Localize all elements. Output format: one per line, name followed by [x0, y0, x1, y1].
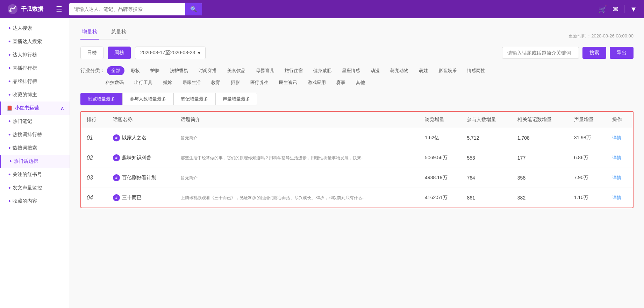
col-action: 操作 [607, 112, 633, 128]
table-row: 04 # 三十而已 上腾讯视频观看《三十而已》，见证30岁的姐姐们随心而活、尽兴… [81, 188, 633, 208]
category-row2: 科技数码 出行工具 婚嫁 居家生活 教育 摄影 医疗养生 民生资讯 游戏应用 赛… [80, 78, 634, 87]
cart-icon[interactable]: 🛒 [598, 5, 607, 13]
cat-games[interactable]: 游戏应用 [303, 78, 330, 87]
tab-total[interactable]: 总量榜 [109, 25, 128, 40]
sidebar-item-hot-topics[interactable]: • 热门话题榜 [0, 155, 70, 168]
update-time: 更新时间：2020-08-26 08:00:00 [568, 33, 634, 39]
cat-parenting[interactable]: 母婴育儿 [252, 66, 278, 75]
mail-icon[interactable]: ✉ [613, 5, 618, 13]
sub-tab-notes[interactable]: 笔记增量最多 [173, 93, 215, 105]
cat-other[interactable]: 其他 [352, 78, 369, 87]
topic-name: # 趣味知识科普 [113, 154, 170, 161]
tab-increase[interactable]: 增量榜 [80, 25, 99, 40]
sidebar-item-follow-redbook[interactable]: • 关注的红书号 [0, 168, 70, 181]
notes-val: 177 [512, 148, 568, 168]
topic-search-button[interactable]: 搜索 [582, 47, 606, 59]
table-row: 01 # 以家人之名 暂无简介 1.62亿 5,712 1,708 31.98万 [81, 128, 633, 148]
chevron-down-icon: ▾ [198, 50, 200, 56]
topic-search-input[interactable] [502, 47, 579, 59]
dot-icon: • [8, 38, 10, 45]
cat-dolls[interactable]: 萌娃 [415, 66, 432, 75]
browse-val: 1.62亿 [419, 128, 461, 148]
dot-icon: • [8, 92, 10, 98]
sidebar-item-talent-rank[interactable]: • 达人排行榜 [0, 48, 70, 62]
cat-pets[interactable]: 萌宠动物 [386, 66, 413, 75]
table-row: 02 # 趣味知识科普 那些生活中经常做的事，它们的原理你知道吗？用科学指导生活… [81, 148, 633, 168]
cat-medical[interactable]: 医疗养生 [246, 78, 273, 87]
detail-link[interactable]: 详情 [612, 155, 621, 160]
sidebar-item-hot-search-rank[interactable]: • 热搜词排行榜 [0, 128, 70, 141]
detail-link[interactable]: 详情 [612, 175, 621, 180]
sidebar-item-hot-notes[interactable]: • 热门笔记 [0, 115, 70, 128]
date-range-select[interactable]: 2020-08-17至2020-08-23 ▾ [135, 47, 206, 59]
cat-travel2[interactable]: 出行工具 [130, 78, 157, 87]
cat-news[interactable]: 民生资讯 [275, 78, 301, 87]
main-content: 增量榜 总量榜 更新时间：2020-08-26 08:00:00 日榜 周榜 2… [70, 18, 644, 308]
col-rank: 排行 [81, 112, 107, 128]
weekly-button[interactable]: 周榜 [108, 47, 131, 59]
sidebar-item-live-talent-search[interactable]: • 直播达人搜索 [0, 35, 70, 48]
cat-emotion[interactable]: 星座情感 [338, 66, 364, 75]
cat-sports[interactable]: 赛事 [332, 78, 350, 87]
sub-tab-voice[interactable]: 声量增量最多 [215, 93, 257, 105]
notes-val: 358 [512, 168, 568, 188]
topic-name: # 百亿剧好看计划 [113, 174, 170, 181]
cat-photo[interactable]: 摄影 [227, 78, 244, 87]
sidebar-label: 直播排行榜 [13, 65, 37, 71]
sidebar-label: 收藏的内容 [13, 198, 37, 204]
col-voice-increase: 声量增量 [568, 112, 607, 128]
cat-fashion[interactable]: 时尚穿搭 [194, 66, 221, 75]
sidebar-item-hot-search[interactable]: • 热搜词搜索 [0, 141, 70, 155]
topic-tag-icon: # [113, 154, 120, 161]
header-search-button[interactable]: 🔍 [185, 3, 202, 15]
detail-link[interactable]: 详情 [612, 195, 621, 200]
voice-val: 6.86万 [568, 148, 607, 168]
chevron-down-icon[interactable]: ▼ [630, 5, 637, 13]
search-input[interactable] [69, 4, 185, 15]
cat-all[interactable]: 全部 [107, 66, 124, 75]
cat-travel[interactable]: 旅行住宿 [280, 66, 307, 75]
data-table: 排行 话题名称 话题简介 浏览增量 参与人数增量 相关笔记数增量 声量增量 操作… [81, 112, 633, 208]
dot-icon: • [8, 25, 10, 31]
cat-wedding[interactable]: 婚嫁 [159, 78, 176, 87]
sub-tab-participant[interactable]: 参与人数增量最多 [122, 93, 173, 105]
cat-feelings[interactable]: 情感两性 [463, 66, 489, 75]
cat-wash[interactable]: 洗护香氛 [166, 66, 192, 75]
sidebar-item-brand-rank[interactable]: • 品牌排行榜 [0, 75, 70, 88]
cat-home[interactable]: 居家生活 [178, 78, 205, 87]
cat-food[interactable]: 美食饮品 [223, 66, 250, 75]
sidebar-item-talent-search[interactable]: • 达人搜索 [0, 22, 70, 35]
sidebar-section-xiaohongshu-ops[interactable]: 📕 小红书运营 ∧ [0, 102, 70, 115]
sidebar-label: 直播达人搜索 [13, 38, 42, 45]
cat-fitness[interactable]: 健身减肥 [309, 66, 336, 75]
dot-icon: • [8, 118, 10, 125]
daily-button[interactable]: 日榜 [80, 47, 103, 59]
sidebar-label: 发文声量监控 [13, 185, 42, 191]
cat-anime[interactable]: 动漫 [366, 66, 384, 75]
col-topic-name: 话题名称 [107, 112, 175, 128]
export-button[interactable]: 导出 [610, 47, 634, 59]
header: 千瓜数据 ☰ 🔍 🛒 ✉ ▼ [0, 0, 644, 18]
browse-val: 4988.19万 [419, 168, 461, 188]
topic-tag-icon: # [113, 134, 120, 141]
sidebar-item-saved-content[interactable]: • 收藏的内容 [0, 195, 70, 208]
toolbar-row: 日榜 周榜 2020-08-17至2020-08-23 ▾ 搜索 导出 [80, 47, 634, 59]
sidebar-item-saved-bloggers[interactable]: • 收藏的博主 [0, 88, 70, 102]
sub-tab-browse[interactable]: 浏览增量最多 [80, 93, 122, 105]
cat-skincare[interactable]: 护肤 [146, 66, 164, 75]
category-row1: 行业分类： 全部 彩妆 护肤 洗护香氛 时尚穿搭 美食饮品 母婴育儿 旅行住宿 … [80, 66, 634, 75]
dot-icon: • [8, 145, 10, 151]
voice-val: 31.98万 [568, 128, 607, 148]
menu-icon[interactable]: ☰ [56, 5, 62, 13]
browse-val: 5069.56万 [419, 148, 461, 168]
cat-tech[interactable]: 科技数码 [101, 78, 128, 87]
dot-icon: • [8, 198, 10, 204]
cat-entertainment[interactable]: 影音娱乐 [434, 66, 461, 75]
detail-link[interactable]: 详情 [612, 135, 621, 140]
sidebar-item-live-rank[interactable]: • 直播排行榜 [0, 62, 70, 75]
topic-tag-icon: # [113, 174, 120, 181]
sidebar-item-post-monitor[interactable]: • 发文声量监控 [0, 181, 70, 195]
cat-education[interactable]: 教育 [207, 78, 224, 87]
cat-makeup[interactable]: 彩妆 [127, 66, 144, 75]
browse-val: 4162.51万 [419, 188, 461, 208]
